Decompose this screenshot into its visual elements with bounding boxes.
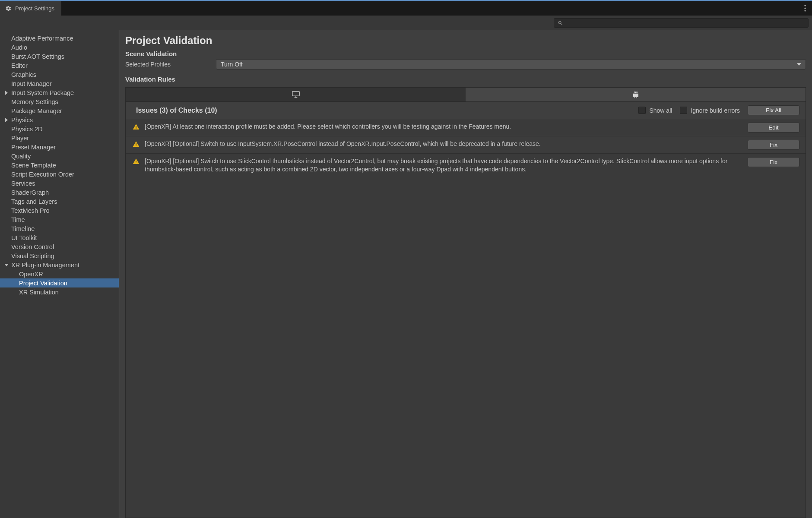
sidebar-item-burst-aot-settings[interactable]: Burst AOT Settings <box>0 52 119 61</box>
main-panel: Project Validation Scene Validation Sele… <box>119 30 812 518</box>
sidebar-item-visual-scripting[interactable]: Visual Scripting <box>0 251 119 260</box>
selected-profiles-value: Turn Off <box>221 61 243 68</box>
sidebar-item-version-control[interactable]: Version Control <box>0 242 119 251</box>
search-row <box>0 16 812 30</box>
android-icon <box>632 91 640 98</box>
warning-icon <box>133 158 140 165</box>
search-icon <box>558 20 563 26</box>
issue-action-button[interactable]: Fix <box>748 140 799 150</box>
svg-point-1 <box>804 7 806 9</box>
issue-row: [OpenXR] [Optional] Switch to use StickC… <box>126 153 806 177</box>
svg-point-2 <box>804 10 806 11</box>
fix-all-button[interactable]: Fix All <box>748 105 799 115</box>
sidebar-item-player[interactable]: Player <box>0 133 119 142</box>
ignore-build-errors-checkbox[interactable]: Ignore build errors <box>680 107 740 114</box>
issue-message: [OpenXR] At least one interaction profil… <box>145 123 742 131</box>
sidebar-item-preset-manager[interactable]: Preset Manager <box>0 142 119 152</box>
sidebar-item-openxr[interactable]: OpenXR <box>0 269 119 278</box>
sidebar-item-audio[interactable]: Audio <box>0 43 119 52</box>
issue-row: [OpenXR] At least one interaction profil… <box>126 119 806 136</box>
sidebar-item-project-validation[interactable]: Project Validation <box>0 278 119 287</box>
selected-profiles-dropdown[interactable]: Turn Off <box>216 59 806 69</box>
platform-tab-standalone[interactable] <box>126 88 466 101</box>
issue-action-button[interactable]: Edit <box>748 123 799 133</box>
show-all-label: Show all <box>649 107 672 114</box>
sidebar-item-physics[interactable]: Physics <box>0 115 119 124</box>
sidebar-item-shadergraph[interactable]: ShaderGraph <box>0 188 119 197</box>
issues-panel: Issues (3) of Checks (10) Show all Ignor… <box>125 101 806 518</box>
tab-bar: Project Settings <box>0 0 812 16</box>
sidebar-item-physics-2d[interactable]: Physics 2D <box>0 124 119 133</box>
scene-validation-label: Scene Validation <box>125 50 806 57</box>
issue-message: [OpenXR] [Optional] Switch to use StickC… <box>145 157 742 174</box>
sidebar-item-xr-plug-in-management[interactable]: XR Plug-in Management <box>0 260 119 269</box>
gear-icon <box>5 5 12 12</box>
show-all-checkbox[interactable]: Show all <box>638 107 672 114</box>
search-input[interactable] <box>554 18 809 28</box>
ignore-build-errors-label: Ignore build errors <box>691 107 740 114</box>
page-title: Project Validation <box>125 35 806 47</box>
sidebar-item-input-system-package[interactable]: Input System Package <box>0 88 119 97</box>
settings-sidebar: Adaptive PerformanceAudioBurst AOT Setti… <box>0 30 119 518</box>
sidebar-item-services[interactable]: Services <box>0 179 119 188</box>
sidebar-item-package-manager[interactable]: Package Manager <box>0 106 119 115</box>
sidebar-item-textmesh-pro[interactable]: TextMesh Pro <box>0 206 119 215</box>
sidebar-item-script-execution-order[interactable]: Script Execution Order <box>0 170 119 179</box>
svg-rect-5 <box>295 96 296 97</box>
platform-tabs <box>125 87 806 101</box>
sidebar-item-graphics[interactable]: Graphics <box>0 70 119 79</box>
svg-rect-3 <box>292 92 299 96</box>
tab-label: Project Settings <box>15 5 54 12</box>
tab-project-settings[interactable]: Project Settings <box>0 1 61 16</box>
selected-profiles-label: Selected Profiles <box>125 61 216 68</box>
sidebar-item-scene-template[interactable]: Scene Template <box>0 161 119 170</box>
sidebar-item-memory-settings[interactable]: Memory Settings <box>0 97 119 106</box>
sidebar-item-time[interactable]: Time <box>0 215 119 224</box>
context-menu-button[interactable] <box>798 1 812 16</box>
issues-title: Issues (3) of Checks (10) <box>136 107 631 114</box>
warning-icon <box>133 141 140 148</box>
sidebar-item-xr-simulation[interactable]: XR Simulation <box>0 287 119 297</box>
issue-message: [OpenXR] [Optional] Switch to use InputS… <box>145 140 742 148</box>
issue-action-button[interactable]: Fix <box>748 157 799 167</box>
validation-rules-label: Validation Rules <box>125 76 806 83</box>
warning-icon <box>133 123 140 130</box>
svg-rect-4 <box>294 97 297 98</box>
sidebar-item-adaptive-performance[interactable]: Adaptive Performance <box>0 34 119 43</box>
svg-point-0 <box>804 5 806 6</box>
sidebar-item-input-manager[interactable]: Input Manager <box>0 79 119 88</box>
sidebar-item-editor[interactable]: Editor <box>0 61 119 70</box>
sidebar-item-ui-toolkit[interactable]: UI Toolkit <box>0 233 119 242</box>
svg-point-7 <box>636 92 637 92</box>
sidebar-item-tags-and-layers[interactable]: Tags and Layers <box>0 197 119 206</box>
svg-point-6 <box>634 92 635 92</box>
monitor-icon <box>292 91 300 98</box>
sidebar-item-quality[interactable]: Quality <box>0 152 119 161</box>
platform-tab-android[interactable] <box>466 88 806 101</box>
issue-row: [OpenXR] [Optional] Switch to use InputS… <box>126 136 806 153</box>
sidebar-item-timeline[interactable]: Timeline <box>0 224 119 233</box>
